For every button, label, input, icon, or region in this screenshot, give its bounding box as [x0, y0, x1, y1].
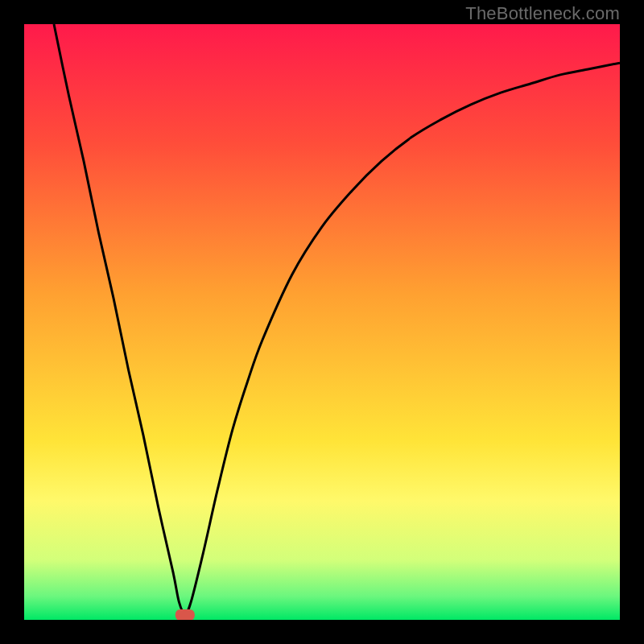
- chart-frame: TheBottleneck.com: [0, 0, 644, 644]
- chart-svg: [24, 24, 620, 620]
- watermark-text: TheBottleneck.com: [465, 3, 620, 24]
- plot-area: [24, 24, 620, 620]
- optimum-marker: [175, 609, 195, 620]
- gradient-background: [24, 24, 620, 620]
